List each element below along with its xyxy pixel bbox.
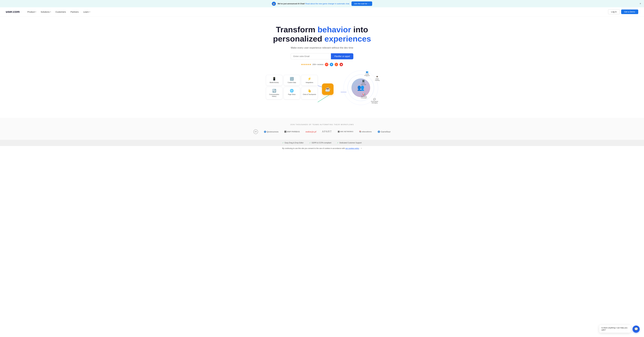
nav-solutions[interactable]: Solutions ▾: [39, 9, 53, 14]
visitor-label: VisitorTracking: [375, 78, 380, 81]
circle-label-messaging: 💬 PersonalizedMessaging: [371, 98, 378, 104]
logo[interactable]: user.com: [6, 10, 20, 14]
check-icon-2: ✓: [309, 142, 311, 144]
educations-text: 📚 educations: [359, 131, 372, 133]
hero-title-part2: into: [351, 25, 368, 34]
logo-apart: APART: [322, 130, 332, 133]
reviews-row: ★★★★★ 200+ reviews G2 ✈ » ◆: [3, 63, 641, 66]
wakacje-text: wakacje.pl: [306, 130, 316, 133]
announcement-bold: We've just announced AI Chat!: [278, 2, 305, 5]
nav-product-label: Product: [28, 11, 35, 13]
logo-wakacje: wakacje.pl: [306, 130, 316, 133]
footer-features-bar: ✓ Easy Drag & Drop Editor ✓ GDPR & CCPA-…: [0, 140, 644, 146]
diagram-container: 📱 Mobile Activity 🔢 Custom Data ⚡ Integr…: [266, 75, 378, 112]
cookie-banner: By continuing to use this site you conse…: [0, 146, 644, 151]
announcement-link[interactable]: Read about the new game changer in autom…: [305, 2, 350, 5]
footer-feature-1: ✓ Easy Drag & Drop Editor: [282, 142, 304, 144]
marketing-icon: 📢: [363, 93, 365, 95]
nav-partners[interactable]: Partners: [68, 9, 81, 14]
marketing-label: MarketingCampaigns: [361, 96, 367, 98]
footer-feature-2: ✓ GDPR & CCPA-compliant: [309, 142, 331, 144]
feature-label-pageviews: Page Views: [285, 93, 298, 95]
hero-form: Planifier un appel: [3, 53, 641, 59]
email-input[interactable]: [291, 53, 331, 59]
hero-title-blue2: experiences: [324, 34, 371, 43]
logo-bnp: ⬛ BNP PARIBAS: [284, 131, 300, 133]
announcement-bar: 🤖 We've just announced AI Chat! Read abo…: [0, 0, 644, 7]
nav-solutions-label: Solutions: [41, 11, 50, 13]
qconcursos-text: 🔵 Qconcursos: [264, 131, 278, 133]
lg-circle: LG: [254, 129, 258, 134]
feature-cards: 📱 Mobile Activity 🔢 Custom Data ⚡ Integr…: [266, 75, 318, 99]
nav-right: Log in Get a Demo: [608, 9, 638, 14]
check-icon-1: ✓: [282, 142, 284, 144]
footer-feature-3: ✓ Dedicated Customer Support: [337, 142, 362, 144]
clicks-icon: 👆: [303, 89, 316, 93]
cookie-close-button[interactable]: ×: [361, 147, 362, 149]
carrefour-text: 🔵 Carrefour: [378, 130, 391, 133]
footer-feature-label-1: Easy Drag & Drop Editor: [284, 142, 304, 144]
badge-4: ◆: [340, 63, 343, 66]
feature-card-communication: 🔄 Communication History: [266, 87, 282, 99]
login-button[interactable]: Log in: [608, 9, 620, 14]
announcement-text: We've just announced AI Chat! Read about…: [278, 2, 350, 5]
nav-learn-label: Learn: [83, 11, 89, 13]
feature-card-custom: 🔢 Custom Data: [284, 75, 300, 86]
hero-section: Transform behavior into personalized exp…: [0, 16, 644, 72]
feature-card-integrations: ⚡ Integrations: [301, 75, 318, 86]
circle-label-loyalty: 👥 LoyaltyPrograms: [364, 71, 370, 76]
pageviews-icon: 🌐: [285, 89, 298, 93]
announcement-close-button[interactable]: ×: [640, 2, 641, 5]
cta-button[interactable]: Planifier un appel: [331, 53, 353, 59]
hero-subtitle: Make every user experience relevant with…: [3, 46, 641, 49]
visitor-icon: 👁️: [376, 75, 378, 78]
diagram-section: 📱 Mobile Activity 🔢 Custom Data ⚡ Integr…: [0, 72, 644, 118]
center-box: ☕: [322, 83, 334, 95]
capterra-badge: ✈: [330, 63, 333, 66]
apart-text: APART: [322, 130, 332, 133]
hero-title-part1: Transform: [276, 25, 318, 34]
star-rating: ★★★★★: [301, 63, 311, 66]
get-demo-button[interactable]: Get a Demo: [621, 9, 638, 14]
g2-badge: G2: [325, 63, 328, 66]
nav-partners-label: Partners: [70, 11, 79, 13]
review-count: 200+ reviews: [312, 63, 324, 65]
nav-product[interactable]: Product ▾: [26, 9, 38, 14]
hero-title-blue1: behavior: [318, 25, 351, 34]
nav-learn[interactable]: Learn ▾: [81, 9, 92, 14]
nav-customers[interactable]: Customers: [54, 9, 68, 14]
announcement-icon: 🤖: [272, 2, 276, 6]
social-proof-title: JOIN THOUSANDS OF TEAMS AUTOMATING THEIR…: [8, 124, 636, 125]
feature-label-custom: Custom Data: [285, 82, 298, 83]
nav-customers-label: Customers: [56, 11, 66, 13]
logo-educations: 📚 educations: [359, 131, 372, 133]
badge-3: »: [335, 63, 338, 66]
logo-carrefour: 🔵 Carrefour: [378, 130, 391, 133]
svg-line-1: [318, 95, 329, 102]
logo-lg: LG: [254, 129, 258, 134]
logos-row: LG 🔵 Qconcursos ⬛ BNP PARIBAS wakacje.pl…: [8, 129, 636, 134]
cdxp-label: CDXPData Hub: [361, 82, 366, 85]
custom-data-icon: 🔢: [285, 77, 298, 81]
navbar: user.com Product ▾ Solutions ▾ Customers…: [0, 7, 644, 16]
feature-card-pageviews: 🌐 Page Views: [284, 87, 300, 99]
loyalty-icon: 👥: [366, 71, 368, 73]
circle-label-cdxp: 🗄️ CDXPData Hub: [361, 80, 366, 85]
nav-links: Product ▾ Solutions ▾ Customers Partners…: [26, 9, 604, 14]
loyalty-label: LoyaltyPrograms: [364, 73, 370, 76]
integrations-icon: ⚡: [303, 77, 316, 81]
messaging-icon: 💬: [373, 98, 376, 100]
join-waitlist-button[interactable]: Join the wait list →: [352, 1, 372, 6]
circle-label-marketing: 📢 MarketingCampaigns: [361, 93, 367, 98]
messaging-label: PersonalizedMessaging: [371, 101, 378, 104]
hero-title-part3: personalized: [273, 34, 324, 43]
check-icon-3: ✓: [337, 142, 338, 144]
feature-label-integrations: Integrations: [303, 82, 316, 83]
cookie-policy-link[interactable]: our cookies policy: [346, 147, 359, 149]
cookie-text: By continuing to use this site you conse…: [282, 147, 345, 149]
chevron-down-icon: ▾: [50, 11, 51, 13]
logo-amc: ⬛ AMC NETWORKS: [338, 131, 353, 133]
cdxp-icon: 🗄️: [362, 80, 364, 82]
footer-feature-label-3: Dedicated Customer Support: [340, 142, 362, 144]
footer-feature-label-2: GDPR & CCPA-compliant: [312, 142, 331, 144]
